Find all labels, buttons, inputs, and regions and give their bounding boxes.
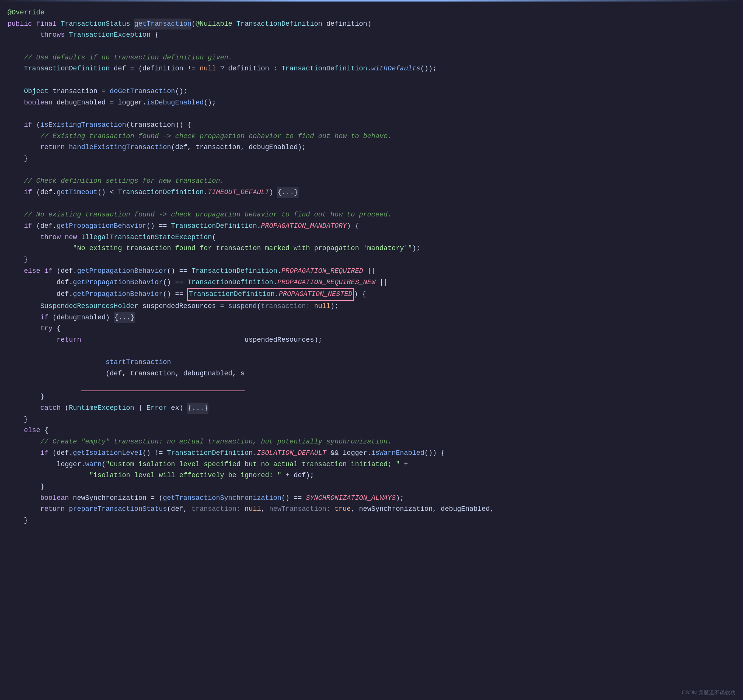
code-line-37: logger. warn ( "Custom isolation level s…	[8, 459, 735, 470]
code-line-18	[8, 198, 735, 210]
watermark: CSDN @魔道不误砍功	[682, 689, 735, 696]
code-line-15	[8, 165, 735, 176]
code-line-31: }	[8, 391, 735, 403]
code-line-39: }	[8, 481, 735, 493]
method-get-transaction: getTransaction	[134, 19, 191, 30]
code-line-32: catch ( RuntimeException | Error ex) {..…	[8, 403, 735, 414]
code-line-23: }	[8, 254, 735, 266]
scrollbar[interactable]	[0, 0, 743, 2]
keyword-final: final	[36, 19, 57, 30]
code-line-21: throw new IllegalTransactionStateExcepti…	[8, 232, 735, 243]
annotation-override: @Override	[8, 7, 44, 19]
keyword-public: public	[8, 19, 32, 30]
code-line-7	[8, 75, 735, 86]
code-line-22: "No existing transaction found for trans…	[8, 243, 735, 254]
code-line-12: // Existing transaction found -> check p…	[8, 131, 735, 142]
code-line-35: // Create "empty" transaction: no actual…	[8, 436, 735, 448]
type-transaction-status: TransactionStatus	[61, 19, 130, 30]
code-line-1: @Override	[8, 7, 735, 19]
code-line-41: return prepareTransactionStatus (def, tr…	[8, 504, 735, 515]
code-line-13: return handleExistingTransaction (def, t…	[8, 142, 735, 153]
code-line-34: else {	[8, 425, 735, 436]
code-line-20: if (def. getPropagationBehavior () == Tr…	[8, 221, 735, 232]
code-line-26: def. getPropagationBehavior () == Transa…	[8, 288, 735, 301]
red-underline-start-transaction: startTransaction (def, transaction, debu…	[81, 334, 244, 391]
code-line-2: public final TransactionStatus getTransa…	[8, 19, 735, 30]
code-line-42: }	[8, 515, 735, 526]
code-line-11: if ( isExistingTransaction (transaction)…	[8, 120, 735, 131]
code-line-36: if (def. getIsolationLevel () != Transac…	[8, 448, 735, 459]
code-line-9: boolean debugEnabled = logger. isDebugEn…	[8, 97, 735, 109]
code-line-28: if (debugEnabled) {...}	[8, 312, 735, 324]
code-line-40: boolean newSynchronization = ( getTransa…	[8, 493, 735, 504]
code-line-29: try {	[8, 323, 735, 334]
code-line-6: TransactionDefinition def = (definition …	[8, 63, 735, 75]
code-line-14: }	[8, 153, 735, 165]
code-line-24: else if (def. getPropagationBehavior () …	[8, 266, 735, 277]
code-line-25: def. getPropagationBehavior () == Transa…	[8, 277, 735, 288]
code-editor: @Override public final TransactionStatus…	[0, 3, 743, 534]
red-box-propagation: TransactionDefinition.PROPAGATION_NESTED	[187, 288, 354, 301]
code-line-4	[8, 41, 735, 52]
code-line-5: // Use defaults if no transaction defini…	[8, 52, 735, 64]
code-line-33: }	[8, 414, 735, 425]
code-line-3: throws TransactionException {	[8, 30, 735, 41]
code-line-17: if (def. getTimeout () < TransactionDefi…	[8, 187, 735, 198]
code-line-27: SuspendedResourcesHolder suspendedResour…	[8, 301, 735, 312]
code-line-19: // No existing transaction found -> chec…	[8, 209, 735, 221]
code-line-38: "isolation level will effectively be ign…	[8, 470, 735, 481]
code-line-10	[8, 108, 735, 120]
code-line-16: // Check definition settings for new tra…	[8, 176, 735, 187]
code-line-8: Object transaction = doGetTransaction ()…	[8, 86, 735, 97]
code-line-30: return startTransaction (def, transactio…	[8, 334, 735, 391]
